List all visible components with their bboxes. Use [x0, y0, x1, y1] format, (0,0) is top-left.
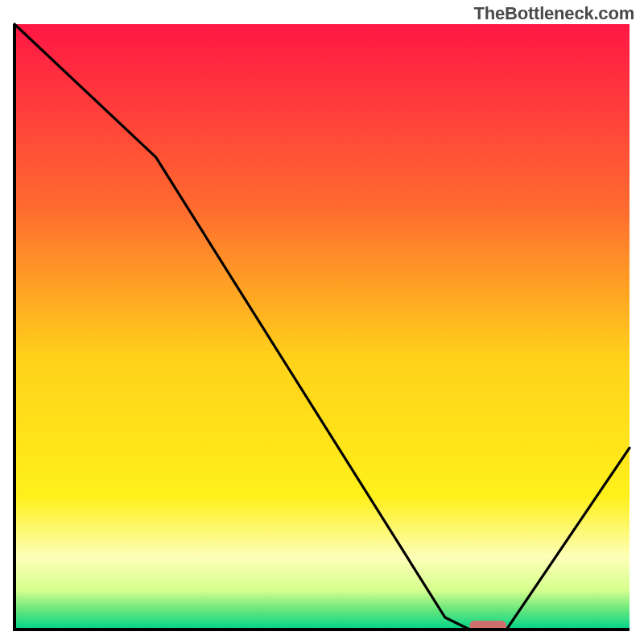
plot-area: [14, 24, 630, 631]
chart-container: TheBottleneck.com: [0, 0, 644, 644]
bottleneck-chart: [0, 0, 644, 644]
watermark-text: TheBottleneck.com: [473, 3, 634, 24]
gradient-background: [14, 24, 630, 630]
